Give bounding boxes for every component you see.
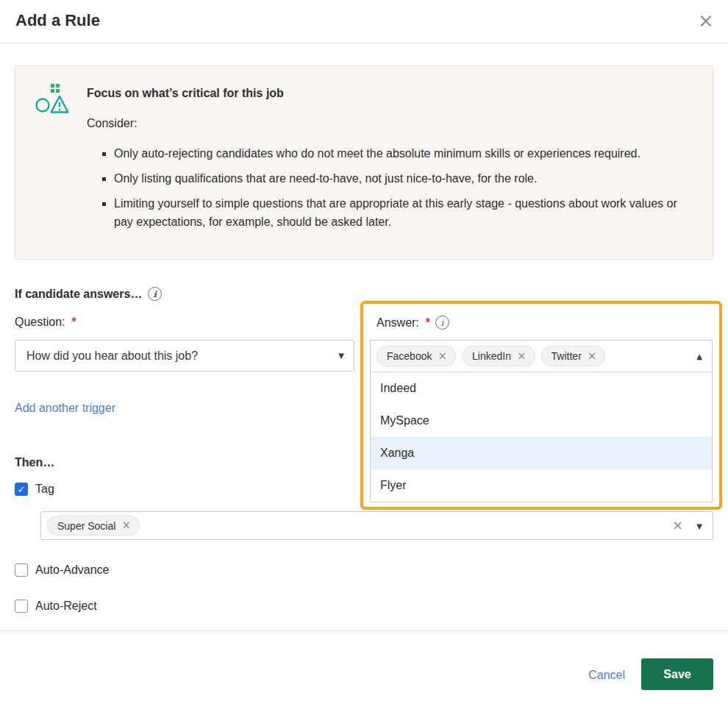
- tag-checkbox-row: ✓ Tag: [15, 483, 54, 496]
- selected-tag-label: Facebook: [387, 350, 432, 362]
- trigger-heading-text: If candidate answers…: [15, 288, 142, 301]
- required-asterisk: *: [71, 316, 76, 329]
- dropdown-option-myspace[interactable]: MySpace: [371, 405, 712, 437]
- tag-checkbox[interactable]: ✓: [15, 483, 28, 496]
- tag-checkbox-label: Tag: [35, 483, 54, 496]
- question-select-value: How did you hear about this job?: [26, 349, 198, 363]
- add-another-trigger-link[interactable]: Add another trigger: [15, 402, 115, 415]
- selected-tag-label: Super Social: [57, 520, 115, 532]
- modal-header: Add a Rule ×: [0, 0, 728, 43]
- auto-reject-row: Auto-Reject: [15, 600, 97, 613]
- tip-bullet: Only listing qualifications that are nee…: [114, 169, 692, 188]
- then-heading: Then…: [15, 456, 54, 469]
- auto-advance-checkbox[interactable]: [15, 563, 28, 577]
- selected-tag: Facebook ×: [377, 346, 456, 366]
- auto-advance-row: Auto-Advance: [15, 563, 110, 577]
- selected-tag-label: LinkedIn: [472, 350, 511, 362]
- remove-tag-icon[interactable]: ×: [438, 351, 447, 362]
- clear-selection-icon[interactable]: ×: [672, 519, 683, 532]
- cancel-button[interactable]: Cancel: [588, 669, 625, 682]
- answer-multiselect: Facebook × LinkedIn × Twitter × ▲ Indeed…: [370, 340, 713, 502]
- question-label: Question:*: [15, 316, 76, 329]
- modal-title: Add a Rule: [15, 11, 100, 30]
- selected-tag: Twitter ×: [541, 346, 606, 366]
- chevron-up-icon[interactable]: ▲: [696, 353, 702, 360]
- selected-tag: LinkedIn ×: [462, 346, 535, 366]
- check-icon: ✓: [18, 485, 26, 494]
- tip-content: Focus on what’s critical for this job Co…: [87, 87, 692, 238]
- rule-tip-icon: [35, 82, 69, 122]
- question-select[interactable]: How did you hear about this job? ▼: [15, 340, 354, 371]
- required-asterisk: *: [426, 316, 430, 330]
- tip-bullet: Limiting yourself to simple questions th…: [114, 194, 692, 231]
- answer-label-text: Answer:: [377, 316, 419, 330]
- tip-box: Focus on what’s critical for this job Co…: [15, 65, 713, 260]
- tip-bullet: Only auto-rejecting candidates who do no…: [114, 144, 692, 163]
- add-rule-modal: Add a Rule × Focus on what’s critical fo…: [0, 0, 728, 704]
- tag-multiselect[interactable]: Super Social × × ▼: [40, 511, 713, 540]
- auto-reject-checkbox[interactable]: [15, 600, 28, 613]
- tip-intro: Consider:: [87, 117, 692, 130]
- answer-select-input[interactable]: Facebook × LinkedIn × Twitter × ▲: [371, 341, 712, 372]
- remove-tag-icon[interactable]: ×: [121, 520, 131, 531]
- dropdown-option-indeed[interactable]: Indeed: [371, 372, 712, 405]
- question-label-text: Question:: [15, 316, 65, 329]
- auto-reject-label: Auto-Reject: [35, 600, 97, 613]
- save-button[interactable]: Save: [641, 658, 713, 690]
- auto-advance-label: Auto-Advance: [35, 563, 110, 577]
- info-icon[interactable]: i: [435, 316, 449, 330]
- chevron-down-icon: ▼: [338, 352, 344, 360]
- close-button[interactable]: ×: [694, 9, 718, 32]
- remove-tag-icon[interactable]: ×: [588, 351, 597, 362]
- dropdown-option-flyer[interactable]: Flyer: [371, 469, 712, 502]
- tip-bullet-list: Only auto-rejecting candidates who do no…: [87, 144, 692, 231]
- selected-tag-label: Twitter: [552, 350, 582, 362]
- answer-label: Answer:* i: [377, 316, 449, 330]
- trigger-heading: If candidate answers… i: [15, 287, 162, 301]
- info-icon[interactable]: i: [148, 287, 162, 301]
- remove-tag-icon[interactable]: ×: [517, 351, 527, 362]
- dropdown-option-xanga[interactable]: Xanga: [371, 437, 712, 469]
- chevron-down-icon[interactable]: ▼: [696, 523, 702, 530]
- close-icon: ×: [698, 11, 714, 30]
- selected-tag: Super Social ×: [47, 516, 140, 536]
- tip-title: Focus on what’s critical for this job: [87, 87, 692, 100]
- footer-divider: [0, 630, 728, 631]
